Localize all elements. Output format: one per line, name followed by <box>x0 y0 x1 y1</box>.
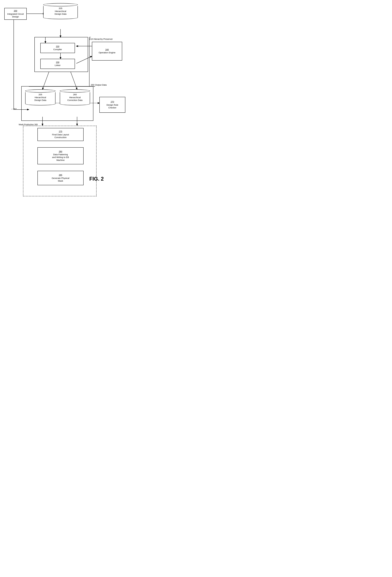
node-230-label: Linker <box>55 64 61 67</box>
label-265: Mask Production 265 <box>19 123 38 126</box>
label-210: 210 Hierarchy Preserver <box>89 38 113 40</box>
node-240-label: Operation Engine <box>99 51 116 54</box>
svg-line-8 <box>71 72 77 89</box>
node-260: 260 HierarchicalCorrection Data <box>60 89 90 105</box>
svg-line-5 <box>76 56 92 63</box>
label-262: ⌐ 262 <box>11 108 17 110</box>
svg-line-7 <box>42 72 49 89</box>
node-280-label: Data Flatteningand Writing to EBMachine <box>52 153 69 162</box>
node-220-num: 220 <box>56 45 59 48</box>
node-280: 280 Data Flatteningand Writing to EBMach… <box>37 147 84 164</box>
fig-label: FIG. 2 <box>89 176 104 182</box>
node-285: 285 Generate PhysicalMask <box>37 171 84 185</box>
node-205b-num: 205 <box>38 93 42 96</box>
node-205a: 205 HierarchicalDesign Data <box>43 3 78 19</box>
diagram: 200 Integrated CircuitDesign 205 Hierarc… <box>0 0 130 202</box>
node-205b: 205 HierarchicalDesign Data <box>25 89 56 105</box>
node-205a-top <box>43 3 78 6</box>
node-280-num: 280 <box>59 150 62 153</box>
node-270-num: 270 <box>111 101 114 103</box>
node-285-label: Generate PhysicalMask <box>52 177 69 182</box>
node-270: 270 Design RuleChecker <box>99 97 125 113</box>
node-260-top <box>60 89 90 93</box>
node-260-mid: 260 HierarchicalCorrection Data <box>60 92 90 103</box>
node-275-num: 275 <box>59 130 62 133</box>
node-260-num: 260 <box>73 93 77 96</box>
node-205b-label: HierarchicalDesign Data <box>34 96 46 102</box>
node-220-label: Compiler <box>53 48 62 51</box>
node-275: 275 Final Data LayoutConstruction <box>37 128 84 141</box>
label-250: 250 Output Data <box>91 84 107 86</box>
node-205a-mid: 205 HierarchicalDesign Data <box>43 6 78 16</box>
node-230-num: 230 <box>56 61 59 64</box>
node-220: 220 Compiler <box>40 43 75 53</box>
node-205a-bottom <box>43 16 78 19</box>
label-265-text: Mask Production <box>19 123 34 126</box>
node-205a-label: HierarchicalDesign Data <box>55 10 66 15</box>
node-200-num: 200 <box>14 9 17 12</box>
node-205b-mid: 205 HierarchicalDesign Data <box>25 92 56 103</box>
node-275-label: Final Data LayoutConstruction <box>52 133 69 139</box>
node-205b-bottom <box>25 102 56 105</box>
node-205a-num: 205 <box>59 7 62 10</box>
node-200-label: Integrated CircuitDesign <box>7 13 24 18</box>
node-240-num: 240 <box>105 48 109 51</box>
node-285-num: 285 <box>59 174 62 176</box>
node-240: 240 Operation Engine <box>92 42 122 61</box>
node-270-label: Design RuleChecker <box>106 104 118 109</box>
node-260-label: HierarchicalCorrection Data <box>67 96 82 102</box>
label-262-bracket: ⌐ <box>11 108 13 110</box>
node-205b-top <box>25 89 56 93</box>
node-260-bottom <box>60 102 90 105</box>
node-230: 230 Linker <box>40 59 75 69</box>
node-200: 200 Integrated CircuitDesign <box>4 8 27 20</box>
label-210-text: Hierarchy Preserver <box>94 38 113 40</box>
label-250-text: Output Data <box>95 84 107 86</box>
